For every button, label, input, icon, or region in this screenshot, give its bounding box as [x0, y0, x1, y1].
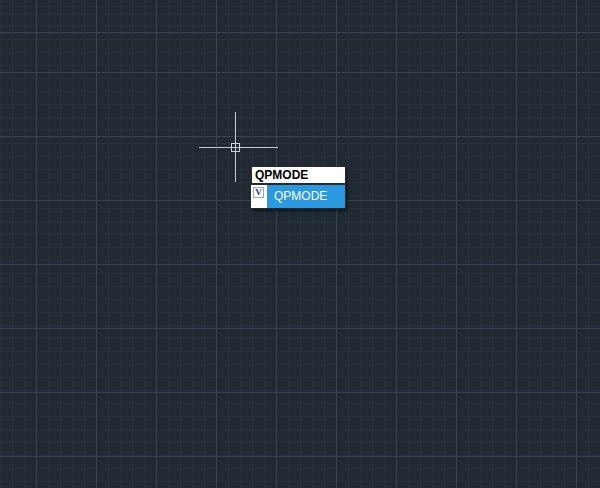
- system-variable-icon: V: [253, 187, 264, 198]
- autocomplete-list: V QPMODE: [250, 184, 346, 209]
- autocomplete-item-label: QPMODE: [267, 185, 345, 208]
- drawing-canvas[interactable]: QPMODE V QPMODE: [0, 0, 600, 488]
- pickbox: [231, 143, 240, 152]
- dynamic-input-field[interactable]: QPMODE: [251, 166, 346, 184]
- autocomplete-item-qpmode[interactable]: V QPMODE: [251, 185, 345, 208]
